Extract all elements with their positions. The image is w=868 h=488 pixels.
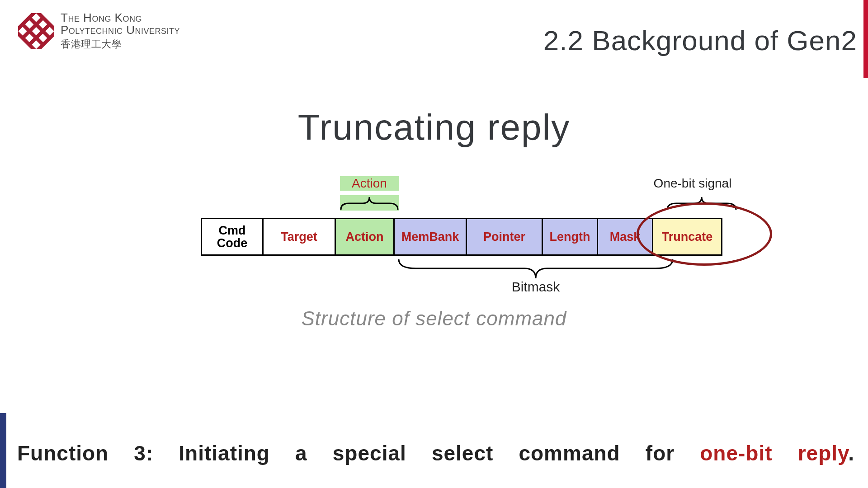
logo-line3: 香港理工大學 xyxy=(61,38,180,51)
field-cmd-code: Cmd Code xyxy=(201,218,262,256)
field-action: Action xyxy=(335,218,393,256)
accent-bar-bottom-left xyxy=(0,413,6,488)
annotation-bitmask: Bitmask xyxy=(398,279,674,295)
footer-highlight: one-bit reply xyxy=(700,441,848,465)
field-truncate: Truncate xyxy=(652,218,722,256)
brace-bottom-bitmask-icon xyxy=(398,258,674,281)
field-pointer: Pointer xyxy=(466,218,542,256)
annotation-action: Action xyxy=(340,176,399,191)
university-logo: The Hong Kong Polytechnic University 香港理… xyxy=(18,12,180,51)
brace-top-action-icon xyxy=(340,195,399,211)
function-description: Function 3: Initiating a special select … xyxy=(17,441,854,465)
diagram-caption: Structure of select command xyxy=(0,307,868,330)
polyu-knot-icon xyxy=(18,13,54,49)
field-label-cmd: Cmd Code xyxy=(217,224,248,250)
logo-line2: Polytechnic University xyxy=(61,24,180,36)
footer-prefix: Function 3: Initiating a special select … xyxy=(17,441,700,465)
field-mask: Mask xyxy=(597,218,652,256)
footer-suffix: . xyxy=(848,441,854,465)
section-title: 2.2 Background of Gen2 xyxy=(543,24,857,56)
field-length: Length xyxy=(542,218,597,256)
brace-top-onebit-icon xyxy=(666,195,737,211)
annotation-onebit: One-bit signal xyxy=(620,176,765,191)
slide-title: Truncating reply xyxy=(0,107,868,148)
field-target: Target xyxy=(262,218,335,256)
field-membank: MemBank xyxy=(393,218,466,256)
logo-line1: The Hong Kong xyxy=(61,12,180,24)
accent-bar-top-right xyxy=(863,0,868,78)
svg-rect-0 xyxy=(18,13,54,49)
field-row: Cmd Code Target Action MemBank Pointer L… xyxy=(201,218,722,256)
university-logo-text: The Hong Kong Polytechnic University 香港理… xyxy=(61,12,180,51)
